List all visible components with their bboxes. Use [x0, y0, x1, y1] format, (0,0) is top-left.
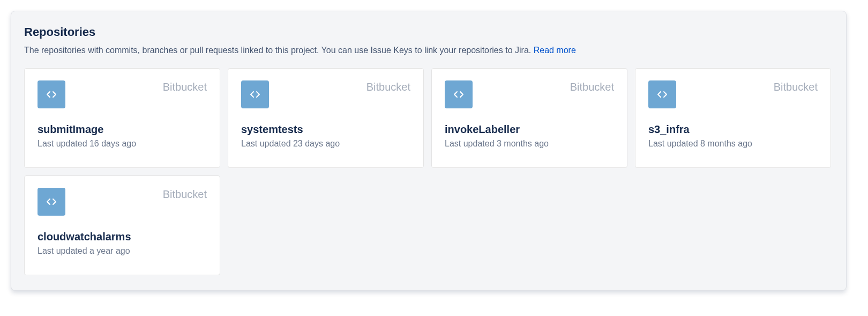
- repo-card-header: Bitbucket: [445, 80, 614, 108]
- code-icon: [648, 80, 676, 108]
- repo-provider: Bitbucket: [163, 82, 207, 92]
- repo-name: invokeLabeller: [445, 123, 614, 136]
- repo-updated: Last updated a year ago: [38, 246, 207, 256]
- repo-card[interactable]: Bitbucket systemtests Last updated 23 da…: [228, 68, 424, 168]
- repo-name: systemtests: [241, 123, 410, 136]
- code-icon: [38, 80, 65, 108]
- repo-card-header: Bitbucket: [38, 188, 207, 216]
- repo-card-grid: Bitbucket submitImage Last updated 16 da…: [24, 68, 833, 275]
- panel-title: Repositories: [24, 25, 833, 39]
- repo-provider: Bitbucket: [163, 189, 207, 200]
- repo-provider: Bitbucket: [366, 82, 410, 92]
- panel-description-text: The repositories with commits, branches …: [24, 46, 534, 55]
- repo-card[interactable]: Bitbucket submitImage Last updated 16 da…: [24, 68, 220, 168]
- read-more-link[interactable]: Read more: [534, 46, 576, 55]
- repo-provider: Bitbucket: [570, 82, 614, 92]
- repo-card[interactable]: Bitbucket s3_infra Last updated 8 months…: [635, 68, 831, 168]
- code-icon: [241, 80, 269, 108]
- repo-name: cloudwatchalarms: [38, 231, 207, 243]
- repo-provider: Bitbucket: [774, 82, 818, 92]
- repo-updated: Last updated 3 months ago: [445, 139, 614, 149]
- repo-name: submitImage: [38, 123, 207, 136]
- repo-updated: Last updated 8 months ago: [648, 139, 818, 149]
- repo-card[interactable]: Bitbucket invokeLabeller Last updated 3 …: [431, 68, 627, 168]
- repo-card[interactable]: Bitbucket cloudwatchalarms Last updated …: [24, 175, 220, 275]
- repo-card-header: Bitbucket: [648, 80, 818, 108]
- panel-description: The repositories with commits, branches …: [24, 45, 833, 56]
- repositories-panel: Repositories The repositories with commi…: [11, 11, 847, 291]
- repo-name: s3_infra: [648, 123, 818, 136]
- repo-card-header: Bitbucket: [38, 80, 207, 108]
- code-icon: [445, 80, 473, 108]
- repo-updated: Last updated 23 days ago: [241, 139, 410, 149]
- repo-card-header: Bitbucket: [241, 80, 410, 108]
- repo-updated: Last updated 16 days ago: [38, 139, 207, 149]
- code-icon: [38, 188, 65, 216]
